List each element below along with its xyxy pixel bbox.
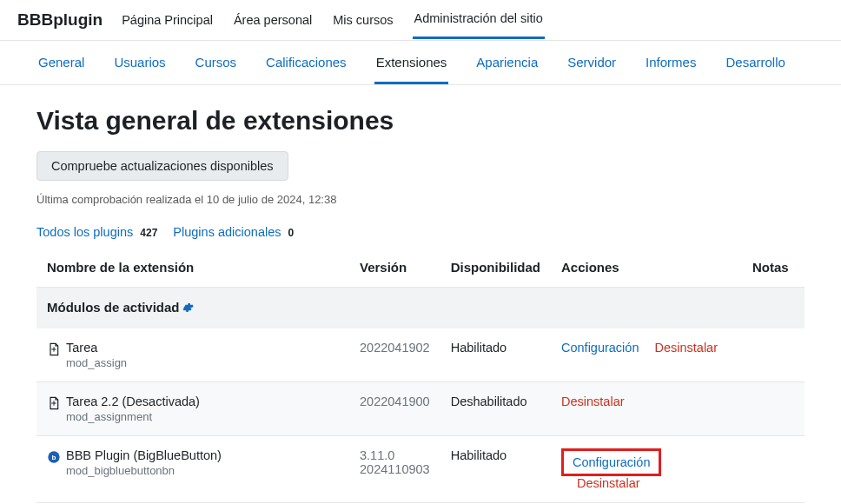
subnav-reports[interactable]: Informes [644,55,698,84]
plugin-notes [742,328,805,382]
subnav-development[interactable]: Desarrollo [724,55,786,84]
plugin-actions: Desinstalar [551,381,742,435]
plugin-code: mod_assign [66,356,127,369]
configure-link[interactable]: Configuración [561,341,639,355]
plugin-filter-row: Todos los plugins 427 Plugins adicionale… [36,225,805,239]
plugin-actions: ConfiguraciónDesinstalar [551,328,742,382]
brand-title: BBBplugin [17,10,103,40]
plugins-table: Nombre de la extensión Versión Disponibi… [36,248,805,503]
uninstall-link[interactable]: Desinstalar [577,476,640,490]
plugin-notes [742,435,805,502]
plugin-title: BBB Plugin (BigBlueButton) [66,448,222,462]
filter-additional-plugins[interactable]: Plugins adicionales [173,225,281,239]
subnav-server[interactable]: Servidor [566,55,618,84]
check-updates-button[interactable]: Compruebe actualizaciones disponibles [36,151,288,181]
th-version: Versión [349,248,440,288]
topnav-item-courses[interactable]: Mis cursos [331,13,394,38]
plugin-availability: Habilitado [440,435,551,502]
plugin-title: Tarea 2.2 (Desactivada) [66,395,200,408]
bbb-icon: b [47,450,61,464]
gear-icon[interactable] [182,302,194,316]
plugin-availability: Deshabilitado [440,381,551,435]
table-row: Tarea 2.2 (Desactivada)mod_assignment202… [36,381,805,435]
plugin-notes [742,381,805,435]
topnav-item-siteadmin[interactable]: Administración del sitio [413,11,545,39]
last-check-text: Última comprobación realizada el 10 de j… [36,193,805,206]
th-actions: Acciones [551,248,742,288]
th-name: Nombre de la extensión [36,248,349,288]
plugin-actions: ConfiguraciónDesinstalar [551,435,742,502]
svg-text:b: b [52,453,56,461]
subnav-courses[interactable]: Cursos [194,55,239,84]
subnav-grades[interactable]: Calificaciones [264,55,348,84]
topnav-item-dashboard[interactable]: Área personal [232,13,314,38]
document-icon [47,342,61,356]
uninstall-link[interactable]: Desinstalar [654,341,718,355]
topnav-item-home[interactable]: Página Principal [120,13,215,38]
table-row: bBBB Plugin (BigBlueButton)mod_bigbluebu… [36,435,805,502]
filter-all-count: 427 [140,227,157,239]
subnav-general[interactable]: General [36,55,86,84]
th-notes: Notas [742,248,805,288]
filter-additional-count: 0 [288,227,295,239]
plugin-availability: Habilitado [440,328,551,382]
top-navigation: BBBplugin Página Principal Área personal… [0,0,841,41]
configure-link[interactable]: Configuración [573,455,650,469]
category-header: Módulos de actividad [36,288,805,328]
plugin-version: 2022041900 [349,381,440,435]
plugin-version: 3.11.02024110903 [349,435,440,502]
plugin-title: Tarea [66,341,127,355]
page-title: Vista general de extensiones [36,106,805,136]
category-title: Módulos de actividad [47,300,180,315]
plugin-code: mod_bigbluebuttonbn [66,464,222,477]
sub-navigation: General Usuarios Cursos Calificaciones E… [0,41,841,85]
subnav-plugins[interactable]: Extensiones [374,55,449,84]
uninstall-link[interactable]: Desinstalar [561,395,625,408]
main-content: Vista general de extensiones Compruebe a… [0,85,841,503]
plugin-code: mod_assignment [66,410,200,423]
subnav-users[interactable]: Usuarios [112,55,167,84]
table-row: Tareamod_assign2022041902HabilitadoConfi… [36,328,805,382]
subnav-appearance[interactable]: Apariencia [474,55,540,84]
filter-all-plugins[interactable]: Todos los plugins [36,225,133,239]
document-icon [47,396,61,410]
plugin-version: 2022041902 [349,328,440,382]
th-availability: Disponibilidad [440,248,551,288]
